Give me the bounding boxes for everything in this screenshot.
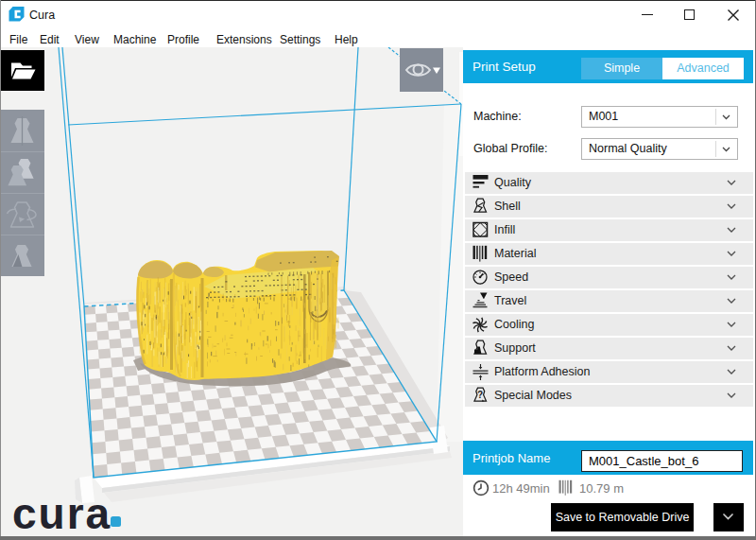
svg-text:?: ? xyxy=(477,390,483,400)
